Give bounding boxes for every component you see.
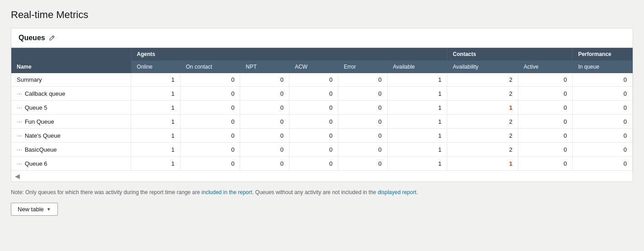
col-acw: ACW [289, 60, 338, 73]
cell-name: ···BasicQueue [11, 143, 131, 156]
cell-in-queue: 0 [573, 87, 633, 101]
row-name-label: Nate's Queue [25, 132, 125, 139]
scroll-left-arrow[interactable]: ◀ [15, 172, 20, 180]
row-menu-icon[interactable]: ··· [17, 90, 22, 97]
group-header-contacts: Contacts [447, 48, 573, 60]
cell-active: 0 [518, 143, 572, 157]
cell-online: 1 [131, 115, 180, 129]
cell-npt: 0 [240, 129, 289, 143]
group-header-agents: Agents [131, 48, 447, 60]
note-link-displayed[interactable]: displayed report [378, 189, 416, 195]
cell-name: Summary [11, 73, 131, 86]
cell-availability: 2 [447, 73, 518, 87]
cell-on-contact: 0 [180, 101, 240, 115]
cell-error: 0 [338, 101, 387, 115]
row-name-label: BasicQueue [25, 146, 125, 153]
group-header-name [11, 48, 131, 60]
cell-on-contact: 0 [180, 129, 240, 143]
cell-npt: 0 [240, 87, 289, 101]
cell-online: 1 [131, 73, 180, 87]
cell-online: 1 [131, 157, 180, 171]
cell-name: ···Queue 6 [11, 157, 131, 170]
availability-red-value: 1 [509, 160, 512, 167]
cell-available: 1 [387, 87, 447, 101]
table-row: Summary100001200 [11, 73, 633, 87]
cell-acw: 0 [289, 73, 338, 87]
col-online: Online [131, 60, 180, 73]
row-name-label: Fun Queue [25, 118, 125, 125]
cell-in-queue: 0 [573, 143, 633, 157]
col-error: Error [338, 60, 387, 73]
row-name-label: Callback queue [25, 90, 125, 97]
row-menu-icon[interactable]: ··· [17, 160, 22, 167]
row-menu-icon[interactable]: ··· [17, 132, 22, 139]
note-link-included[interactable]: included in the report [202, 189, 252, 195]
cell-active: 0 [518, 73, 572, 87]
availability-red-value: 1 [509, 104, 512, 111]
note-text-middle: . Queues without any activity are not in… [252, 189, 378, 195]
col-availability: Availability [447, 60, 518, 73]
cell-active: 0 [518, 129, 572, 143]
note-section: Note: Only queues for which there was ac… [11, 182, 633, 203]
cell-available: 1 [387, 73, 447, 87]
note-text-after: . [417, 189, 418, 195]
group-header-row: Agents Contacts Performance [11, 48, 633, 60]
cell-in-queue: 0 [573, 101, 633, 115]
col-header-row: Name Online On contact NPT ACW Error Ava… [11, 60, 633, 73]
section-title: Queues [19, 34, 45, 42]
table-row: ···Queue 5100001100 [11, 101, 633, 115]
cell-available: 1 [387, 101, 447, 115]
page-title: Real-time Metrics [11, 9, 633, 21]
cell-on-contact: 0 [180, 87, 240, 101]
scroll-indicator-row: ◀ [11, 170, 633, 181]
col-oncontact: On contact [180, 60, 240, 73]
group-header-performance: Performance [573, 48, 633, 60]
cell-availability: 2 [447, 115, 518, 129]
cell-error: 0 [338, 143, 387, 157]
cell-error: 0 [338, 115, 387, 129]
cell-on-contact: 0 [180, 73, 240, 87]
table-row: ···BasicQueue100001200 [11, 143, 633, 157]
col-active: Active [518, 60, 572, 73]
table-row: ···Callback queue100001200 [11, 87, 633, 101]
table-header-bar: Queues [11, 28, 633, 48]
table-card: Queues [11, 28, 633, 182]
cell-availability: 2 [447, 143, 518, 157]
cell-availability: 1 [447, 157, 518, 171]
table-row: ···Fun Queue100001200 [11, 115, 633, 129]
cell-online: 1 [131, 87, 180, 101]
table-row: ···Nate's Queue100001200 [11, 129, 633, 143]
new-table-button[interactable]: New table ▼ [11, 203, 58, 216]
cell-name: ···Callback queue [11, 87, 131, 100]
metrics-table: Agents Contacts Performance Name Online … [11, 48, 633, 170]
cell-available: 1 [387, 129, 447, 143]
cell-availability: 1 [447, 101, 518, 115]
cell-npt: 0 [240, 143, 289, 157]
page-wrapper: Real-time Metrics Queues [0, 0, 644, 251]
cell-acw: 0 [289, 143, 338, 157]
cell-acw: 0 [289, 87, 338, 101]
cell-on-contact: 0 [180, 143, 240, 157]
cell-online: 1 [131, 129, 180, 143]
table-row: ···Queue 6100001100 [11, 157, 633, 171]
cell-error: 0 [338, 73, 387, 87]
cell-in-queue: 0 [573, 157, 633, 171]
edit-icon[interactable] [49, 35, 55, 41]
row-menu-icon[interactable]: ··· [17, 146, 22, 153]
cell-available: 1 [387, 115, 447, 129]
cell-npt: 0 [240, 101, 289, 115]
cell-acw: 0 [289, 157, 338, 171]
cell-availability: 2 [447, 129, 518, 143]
cell-active: 0 [518, 157, 572, 171]
table-scroll-wrapper[interactable]: Agents Contacts Performance Name Online … [11, 48, 633, 170]
cell-online: 1 [131, 143, 180, 157]
cell-active: 0 [518, 87, 572, 101]
cell-npt: 0 [240, 73, 289, 87]
row-menu-icon[interactable]: ··· [17, 104, 22, 111]
cell-on-contact: 0 [180, 115, 240, 129]
cell-in-queue: 0 [573, 73, 633, 87]
row-menu-icon[interactable]: ··· [17, 118, 22, 125]
dropdown-arrow-icon: ▼ [47, 207, 51, 212]
cell-in-queue: 0 [573, 115, 633, 129]
col-inqueue: In queue [573, 60, 633, 73]
